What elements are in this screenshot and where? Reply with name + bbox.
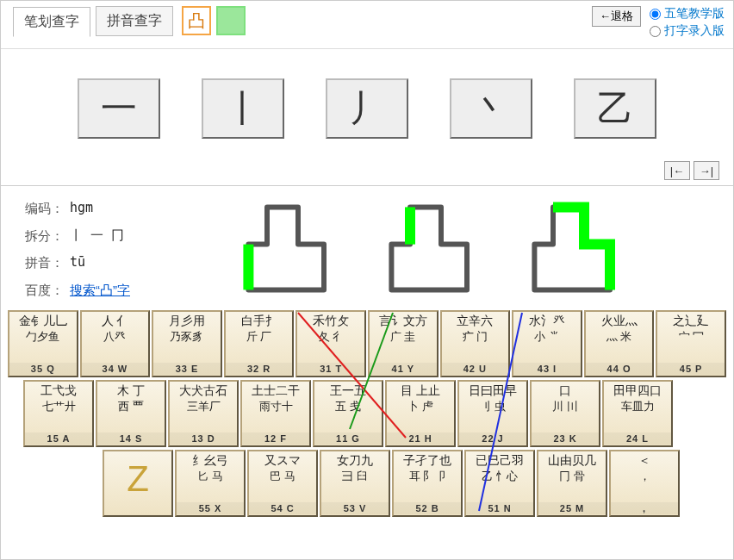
key-15A[interactable]: 工弋戈七艹廾15 A bbox=[23, 380, 94, 447]
key-radicals: ＜， bbox=[613, 454, 675, 505]
key-radicals: 禾竹攵夂 彳 bbox=[300, 314, 362, 365]
info-column: 编码： hgm 拆分： 丨 一 冂 拼音： tū 百度： 搜索“凸”字 bbox=[25, 195, 206, 303]
tab-strip: 笔划查字 拼音查字 bbox=[13, 6, 173, 36]
empty-char-box[interactable] bbox=[216, 6, 246, 35]
key-radicals: 女刀九彐 臼 bbox=[324, 454, 386, 505]
stroke-shu[interactable]: 丨 bbox=[202, 78, 284, 139]
key-label: 34 W bbox=[82, 363, 149, 375]
wubi-keyboard: 金钅儿乚勹夕鱼35 Q人 亻八癶34 W月彡用乃豕豸33 E白手扌斤 厂32 R… bbox=[1, 308, 733, 526]
info-split-row: 拆分： 丨 一 冂 bbox=[25, 222, 206, 250]
key-label: 53 V bbox=[321, 502, 389, 514]
key-51N[interactable]: 已巳己羽乙 忄心51 N bbox=[464, 450, 535, 517]
key-label: 51 N bbox=[466, 502, 533, 514]
key-radicals: 已巳己羽乙 忄心 bbox=[469, 454, 531, 505]
stroke-zhe[interactable]: 乙 bbox=[574, 78, 656, 139]
top-bar: 笔划查字 拼音查字 凸 ←退格 五笔教学版 打字录入版 bbox=[1, 1, 733, 49]
tab-pinyin-lookup[interactable]: 拼音查字 bbox=[96, 6, 173, 36]
key-52B[interactable]: 子孑了也耳 阝卩52 B bbox=[392, 450, 463, 517]
tab-stroke-lookup[interactable]: 笔划查字 bbox=[13, 7, 90, 37]
key-33E[interactable]: 月彡用乃豕豸33 E bbox=[152, 310, 222, 377]
mode-typing[interactable]: 打字录入版 bbox=[650, 23, 725, 39]
key-53V[interactable]: 女刀九彐 臼53 V bbox=[320, 450, 390, 517]
key-radicals: 金钅儿乚勹夕鱼 bbox=[12, 314, 74, 365]
key-54C[interactable]: 又スマ巴 马54 C bbox=[247, 450, 318, 517]
backspace-button[interactable]: ←退格 bbox=[592, 6, 641, 27]
key-label: 44 O bbox=[586, 363, 653, 375]
key-11G[interactable]: 王一五五 戋11 G bbox=[313, 380, 383, 447]
key-22J[interactable]: 日曰田早刂 虫22 J bbox=[457, 380, 528, 447]
key-31T[interactable]: 禾竹攵夂 彳31 T bbox=[295, 310, 366, 377]
key-32R[interactable]: 白手扌斤 厂32 R bbox=[224, 310, 295, 377]
key-radicals: 田甲四口车皿力 bbox=[606, 384, 669, 435]
stroke-dian[interactable]: 丶 bbox=[450, 78, 532, 139]
stroke-heng[interactable]: 一 bbox=[78, 78, 160, 139]
key-label: 31 T bbox=[297, 363, 364, 375]
key-42U[interactable]: 立辛六疒 门42 U bbox=[440, 310, 511, 377]
key-label: 23 K bbox=[532, 432, 599, 445]
key-radicals: 山由贝几冂 骨 bbox=[541, 454, 603, 505]
key-label: 32 R bbox=[226, 363, 293, 375]
info-area: 编码： hgm 拆分： 丨 一 冂 拼音： tū 百度： 搜索“凸”字 bbox=[1, 191, 733, 308]
key-25M[interactable]: 山由贝几冂 骨25 M bbox=[537, 450, 607, 517]
key-radicals: 立辛六疒 门 bbox=[445, 314, 507, 365]
key-label: 21 H bbox=[387, 432, 454, 445]
key-label: 22 J bbox=[459, 432, 526, 445]
split-label: 拆分： bbox=[25, 222, 66, 250]
key-Z[interactable]: Z bbox=[103, 450, 173, 517]
key-14S[interactable]: 木 丁西 覀14 S bbox=[96, 380, 166, 447]
key-12F[interactable]: 土士二干雨寸十12 F bbox=[240, 380, 311, 447]
pinyin-value: tū bbox=[70, 249, 85, 277]
top-right-controls: ←退格 五笔教学版 打字录入版 bbox=[592, 6, 725, 39]
stroke-pie[interactable]: 丿 bbox=[326, 78, 408, 139]
key-label: 25 M bbox=[538, 502, 606, 514]
key-43I[interactable]: 水氵癶小 ⺌43 I bbox=[512, 310, 582, 377]
key-radicals: 子孑了也耳 阝卩 bbox=[396, 454, 458, 505]
key-21H[interactable]: 目 上止卜 虍21 H bbox=[385, 380, 456, 447]
key-34W[interactable]: 人 亻八癶34 W bbox=[80, 310, 151, 377]
code-value: hgm bbox=[70, 195, 93, 222]
key-35Q[interactable]: 金钅儿乚勹夕鱼35 Q bbox=[8, 310, 78, 377]
key-45P[interactable]: 之辶廴宀 冖45 P bbox=[656, 310, 726, 377]
key-label: 15 A bbox=[25, 432, 92, 445]
key-radicals: 目 上止卜 虍 bbox=[389, 384, 451, 435]
key-label: 11 G bbox=[314, 432, 382, 445]
key-radicals: 水氵癶小 ⺌ bbox=[516, 314, 578, 365]
key-radicals: 火业灬灬 米 bbox=[588, 314, 650, 365]
baidu-label: 百度： bbox=[25, 277, 66, 304]
mode-selector: 五笔教学版 打字录入版 bbox=[650, 6, 725, 39]
glyph-part-3 bbox=[518, 195, 630, 298]
nav-prev-button[interactable]: |← bbox=[664, 161, 690, 180]
keyboard-row-3: Z纟幺弓匕 马55 X又スマ巴 马54 C女刀九彐 臼53 V子孑了也耳 阝卩5… bbox=[8, 450, 726, 517]
nav-row: |← →| bbox=[1, 161, 733, 186]
key-,[interactable]: ＜，, bbox=[609, 450, 680, 517]
key-44O[interactable]: 火业灬灬 米44 O bbox=[584, 310, 655, 377]
key-radicals: 纟幺弓匕 马 bbox=[179, 454, 241, 505]
key-label: 24 L bbox=[604, 432, 671, 445]
glyph-part-2 bbox=[375, 195, 487, 298]
key-55X[interactable]: 纟幺弓匕 马55 X bbox=[175, 450, 246, 517]
info-code-row: 编码： hgm bbox=[25, 195, 206, 222]
highlight-stroke bbox=[553, 207, 610, 289]
key-radicals: 月彡用乃豕豸 bbox=[156, 314, 218, 365]
key-label: 35 Q bbox=[9, 363, 77, 375]
stroke-buttons-row: 一 丨 丿 丶 乙 bbox=[1, 49, 733, 161]
key-label: 14 S bbox=[97, 432, 165, 445]
key-23K[interactable]: 口川 〣23 K bbox=[530, 380, 600, 447]
baidu-search-link[interactable]: 搜索“凸”字 bbox=[70, 277, 130, 304]
key-label: 13 D bbox=[170, 432, 237, 445]
key-radicals: 又スマ巴 马 bbox=[252, 454, 314, 505]
key-radicals: 之辶廴宀 冖 bbox=[660, 314, 722, 365]
key-24L[interactable]: 田甲四口车皿力24 L bbox=[602, 380, 673, 447]
key-radicals: 土士二干雨寸十 bbox=[245, 384, 307, 435]
input-char-boxes: 凸 bbox=[182, 6, 246, 35]
keyboard-row-1: 金钅儿乚勹夕鱼35 Q人 亻八癶34 W月彡用乃豕豸33 E白手扌斤 厂32 R… bbox=[8, 310, 726, 377]
mode-teaching-radio[interactable] bbox=[650, 9, 661, 20]
current-char-box[interactable]: 凸 bbox=[182, 6, 211, 35]
nav-next-button[interactable]: →| bbox=[694, 161, 719, 180]
mode-typing-radio[interactable] bbox=[650, 26, 661, 37]
key-label: 12 F bbox=[242, 432, 309, 445]
key-13D[interactable]: 大犬古石三羊厂13 D bbox=[168, 380, 239, 447]
mode-teaching[interactable]: 五笔教学版 bbox=[650, 6, 725, 22]
key-41Y[interactable]: 言讠文方广 圭41 Y bbox=[368, 310, 439, 377]
pinyin-label: 拼音： bbox=[25, 249, 66, 277]
